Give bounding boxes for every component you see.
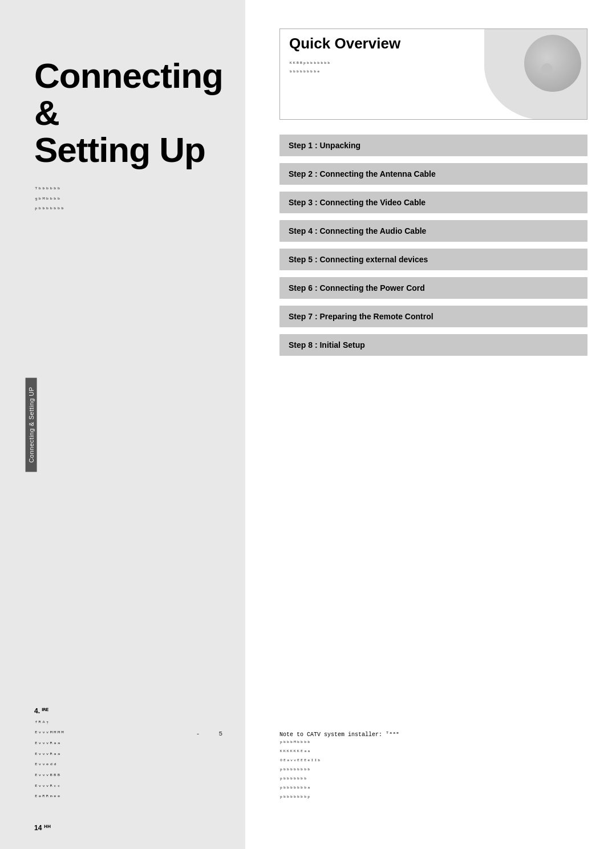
steps-list: Step 1 : Unpacking Step 2 : Connecting t… [279, 135, 587, 363]
step-4: Step 4 : Connecting the Audio Cable [279, 220, 587, 242]
toc-title: 4. ᴵᴿᴱ [34, 707, 234, 715]
toc-item-7: ᴱᵛᵛᵛᴿᶜᶜ [34, 782, 234, 793]
right-panel: Quick Overview ᴷᴷᴮᴮᵖᵇᵇᵇᵇᵇᵇᵇ ᵇᵇᵇᵇᵇᵇᵇᵇᵉ St… [245, 0, 616, 849]
catv-note-label: Note to CATV system installer: ᵀᵃᵃᵉ [279, 732, 399, 738]
toc-item-2: ᴱᵛᵛᵛᴹᴹᴹᴹ - 5 [34, 729, 234, 740]
page-container: Connecting & Setting UP Connecting & Set… [0, 0, 616, 849]
disc-icon [524, 35, 581, 92]
step-1: Step 1 : Unpacking [279, 135, 587, 156]
toc-item-8: ᴱᵊᴿᴿᵐᵉᵉ [34, 793, 234, 803]
overview-bg-decoration [484, 29, 587, 120]
chapter-title-text: Connecting & Setting Up [34, 57, 222, 168]
disc-hole [541, 63, 553, 75]
toc-item-1: ᶠᴿᴬᵎ [34, 718, 234, 729]
toc-item-4: ᴱᵛᵛᵛᴿᵃᵃ [34, 750, 234, 761]
toc-item-5: ᴱᵛᵛᵉᵈᵈ [34, 761, 234, 771]
toc-item-3: ᴱᵛᵛᵛᴿᵃᵃ [34, 740, 234, 750]
toc-item-6: ᴱᵛᵛᵛᴮᴮᴮ [34, 771, 234, 782]
left-panel: Connecting & Setting UP Connecting & Set… [0, 0, 245, 849]
toc-area: 4. ᴵᴿᴱ ᶠᴿᴬᵎ ᴱᵛᵛᵛᴹᴹᴹᴹ - 5 ᴱᵛᵛᵛᴿᵃᵃ ᴱᵛᵛᵛᴿᵃᵃ… [34, 707, 234, 804]
chapter-description: ᵀᵇᵇᵇᵇᵇᵇ ᵍᵇᴹᵇᵇᵇᵇ ᵖᵇᵇᵇᵇᵇᵇᵇ [34, 185, 222, 216]
catv-note: Note to CATV system installer: ᵀᵃᵃᵉ ᵖᵇᵇᵇ… [279, 730, 587, 803]
step-3: Step 3 : Connecting the Video Cable [279, 192, 587, 213]
quick-overview-box: Quick Overview ᴷᴷᴮᴮᵖᵇᵇᵇᵇᵇᵇᵇ ᵇᵇᵇᵇᵇᵇᵇᵇᵉ [279, 29, 587, 120]
step-2: Step 2 : Connecting the Antenna Cable [279, 163, 587, 185]
chapter-title: Connecting & Setting Up [34, 57, 222, 168]
side-tab: Connecting & Setting UP [26, 377, 37, 472]
step-7: Step 7 : Preparing the Remote Control [279, 306, 587, 327]
step-8: Step 8 : Initial Setup [279, 334, 587, 356]
step-5: Step 5 : Connecting external devices [279, 249, 587, 270]
step-6: Step 6 : Connecting the Power Cord [279, 277, 587, 299]
page-number-left: 14 ᵸᵸ [34, 824, 51, 832]
